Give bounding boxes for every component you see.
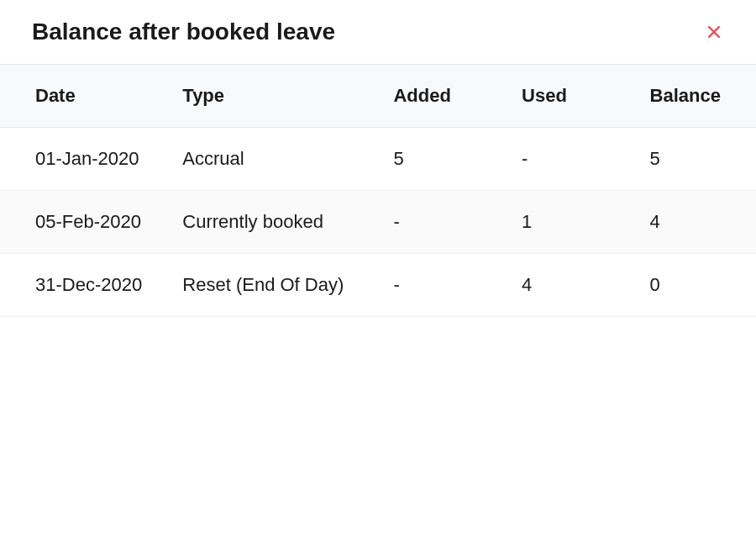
modal-title: Balance after booked leave — [32, 18, 335, 45]
column-header-added: Added — [376, 65, 505, 128]
balance-table: Date Type Added Used Balance 01-Jan-2020… — [0, 65, 756, 317]
cell-balance: 0 — [633, 254, 756, 317]
cell-added: 5 — [376, 128, 505, 191]
table-body: 01-Jan-2020 Accrual 5 - 5 05-Feb-2020 Cu… — [0, 128, 756, 317]
cell-type: Currently booked — [165, 191, 376, 254]
column-header-date: Date — [0, 65, 165, 128]
column-header-used: Used — [505, 65, 633, 128]
table-row: 05-Feb-2020 Currently booked - 1 4 — [0, 191, 756, 254]
close-button[interactable] — [704, 22, 724, 42]
cell-type: Accrual — [165, 128, 376, 191]
column-header-type: Type — [165, 65, 376, 128]
close-icon — [706, 24, 722, 40]
table-row: 31-Dec-2020 Reset (End Of Day) - 4 0 — [0, 254, 756, 317]
cell-date: 01-Jan-2020 — [0, 128, 165, 191]
column-header-balance: Balance — [633, 65, 756, 128]
table-header: Date Type Added Used Balance — [0, 65, 756, 128]
cell-used: - — [505, 128, 633, 191]
cell-added: - — [376, 254, 505, 317]
modal-header: Balance after booked leave — [0, 0, 756, 65]
cell-type: Reset (End Of Day) — [165, 254, 376, 317]
balance-modal: Balance after booked leave Date Type Add… — [0, 0, 756, 317]
cell-used: 1 — [505, 191, 633, 254]
cell-balance: 5 — [633, 128, 756, 191]
table-row: 01-Jan-2020 Accrual 5 - 5 — [0, 128, 756, 191]
cell-date: 05-Feb-2020 — [0, 191, 165, 254]
cell-date: 31-Dec-2020 — [0, 254, 165, 317]
cell-used: 4 — [505, 254, 633, 317]
cell-balance: 4 — [633, 191, 756, 254]
cell-added: - — [376, 191, 505, 254]
